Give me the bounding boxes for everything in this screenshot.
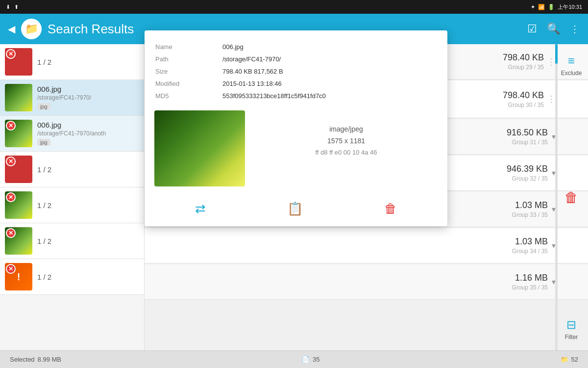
modal-image-preview: [154, 110, 245, 186]
download-icon: ⬇: [6, 4, 10, 10]
files-info: 📄 35: [302, 356, 319, 363]
modal-delete-icon: 🗑: [384, 201, 397, 216]
item-thumbnail: [5, 84, 32, 111]
filter-label: Filter: [565, 334, 578, 341]
item-thumbnail: ! ✕: [5, 263, 32, 290]
item-thumbnail: ✕: [5, 156, 32, 183]
field-md5-value: 553f095333213bce18ff1c5f941fd7c0: [222, 90, 437, 102]
modal-copy-action[interactable]: ⇄: [195, 201, 206, 216]
right-item-size: 946.39 KB: [484, 164, 548, 174]
right-item-size-group: 798.40 KB Group 30 / 35: [480, 90, 544, 108]
right-item-size-group: 1.03 MB Group 33 / 35: [484, 200, 548, 218]
modal-delete-action[interactable]: 🗑: [384, 201, 397, 216]
field-name-label: Name: [155, 41, 221, 53]
field-md5-label: MD5: [155, 90, 221, 102]
right-list-item[interactable]: 1.16 MB Group 35 / 35 ▾: [145, 264, 588, 300]
list-item[interactable]: ✕ 1 / 2: [0, 152, 144, 187]
modal-file-action[interactable]: 📋: [287, 201, 303, 216]
right-item-size: 1.16 MB: [484, 273, 548, 283]
status-bar-left: ⬇ ⬆: [6, 4, 19, 10]
right-item-group: Group 32 / 35: [484, 175, 548, 182]
item-thumbnail: ✕: [5, 227, 32, 255]
exclude-icon: ≡: [568, 54, 575, 68]
filter-button[interactable]: ⊟ Filter: [565, 318, 578, 341]
back-button[interactable]: ◀: [8, 23, 15, 35]
right-item-group: Group 29 / 35: [480, 64, 544, 71]
modal-mime-type: image/jpeg: [255, 125, 438, 133]
folder-icon: 📁: [21, 19, 42, 39]
file-copy-icon: 📋: [287, 201, 303, 216]
item-info: 006.jpg /storage/FC41-7970/ jpg: [37, 85, 139, 110]
item-count-label: 1 / 2: [37, 58, 51, 66]
field-modified-value: 2015-01-13 13:18:46: [222, 78, 437, 89]
selected-info: Selected 8.99 MB: [10, 356, 61, 363]
delete-trash-icon: 🗑: [564, 189, 578, 206]
left-panel: ✕ 1 / 2 006.jpg /storage/FC41-7970/ jpg …: [0, 44, 145, 350]
top-bar-right: ☑ 🔍 ⋮: [527, 23, 580, 35]
right-list-item[interactable]: 1.03 MB Group 34 / 35 ▾: [145, 228, 588, 263]
item-count-label: 1 / 2: [37, 201, 51, 210]
field-path-value: /storage/FC41-7970/: [222, 53, 437, 65]
bluetooth-icon: ✦: [531, 4, 535, 10]
folders-info: 📁 52: [561, 356, 578, 363]
list-item[interactable]: ✕ 1 / 2: [0, 187, 144, 223]
red-x-badge: ✕: [6, 49, 16, 59]
right-item-group: Group 35 / 35: [484, 284, 548, 291]
file-detail-modal: Name 006.jpg Path /storage/FC41-7970/ Si…: [145, 30, 447, 226]
files-icon: 📄: [302, 356, 310, 363]
list-item[interactable]: ✕ 1 / 2: [0, 223, 144, 259]
item-count-label: 1 / 2: [37, 237, 51, 245]
page-title: Search Results: [48, 22, 134, 37]
right-item-size-group: 1.03 MB Group 34 / 35: [484, 237, 548, 255]
status-bar-right: ✦ 📶 🔋 上午10:31: [531, 3, 582, 11]
field-modified-label: Modified: [155, 78, 221, 89]
side-actions: ≡ Exclude 🗑 ⊟ Filter: [555, 44, 588, 350]
upload-icon: ⬆: [14, 4, 19, 10]
right-item-size-group: 916.50 KB Group 31 / 35: [484, 128, 548, 146]
red-x-badge: ✕: [6, 264, 16, 274]
folders-icon: 📁: [561, 356, 568, 363]
item-thumbnail: ✕: [5, 120, 32, 147]
red-x-badge: ✕: [6, 121, 16, 131]
item-path: /storage/FC41-7970/: [37, 94, 130, 101]
item-path: /storage/FC41-7970/anoth: [37, 130, 130, 137]
files-count: 35: [313, 356, 319, 363]
right-item-group: Group 31 / 35: [484, 139, 548, 146]
selected-label: Selected: [10, 356, 35, 363]
field-size-label: Size: [155, 66, 221, 77]
red-x-badge: ✕: [6, 228, 16, 238]
list-item[interactable]: 006.jpg /storage/FC41-7970/ jpg: [0, 80, 144, 116]
filter-icon: ⊟: [566, 318, 576, 332]
top-bar-left: ◀ 📁 Search Results: [8, 19, 134, 39]
list-item[interactable]: ✕ 1 / 2: [0, 44, 144, 80]
delete-button[interactable]: 🗑: [564, 189, 578, 206]
right-item-size: 798.40 KB: [480, 53, 544, 63]
red-x-badge: ✕: [6, 157, 16, 166]
file-info-table: Name 006.jpg Path /storage/FC41-7970/ Si…: [154, 40, 438, 103]
back-icon: ◀: [8, 23, 15, 35]
modal-dimensions: 1575 x 1181: [255, 137, 438, 145]
search-icon[interactable]: 🔍: [547, 23, 560, 35]
battery-icon: 🔋: [548, 4, 555, 10]
checkbox-icon[interactable]: ☑: [527, 23, 537, 35]
right-item-group: Group 34 / 35: [484, 248, 548, 255]
item-count-label: 1 / 2: [37, 165, 51, 174]
item-tag: jpg: [37, 103, 50, 110]
right-item-size: 1.03 MB: [484, 200, 548, 210]
more-menu-button[interactable]: ⋮: [570, 23, 580, 35]
item-info: 006.jpg /storage/FC41-7970/anoth jpg: [37, 121, 139, 146]
item-filename: 006.jpg: [37, 121, 139, 129]
exclude-button[interactable]: ≡ Exclude: [561, 54, 582, 77]
list-item[interactable]: ✕ 006.jpg /storage/FC41-7970/anoth jpg: [0, 116, 144, 152]
status-bar: ⬇ ⬆ ✦ 📶 🔋 上午10:31: [0, 0, 588, 14]
item-filename: 006.jpg: [37, 85, 139, 93]
list-item[interactable]: ! ✕ 1 / 2: [0, 259, 144, 295]
time-display: 上午10:31: [558, 3, 582, 11]
selected-size: 8.99 MB: [38, 356, 61, 363]
red-x-badge: ✕: [6, 192, 16, 202]
item-tag: jpg: [37, 139, 50, 146]
right-item-group: Group 33 / 35: [484, 211, 548, 218]
field-size-value: 798.40 KB 817,562 B: [222, 66, 437, 77]
modal-hex-signature: ff d8 ff e0 00 10 4a 46: [255, 149, 438, 156]
item-count-label: 1 / 2: [37, 273, 51, 281]
